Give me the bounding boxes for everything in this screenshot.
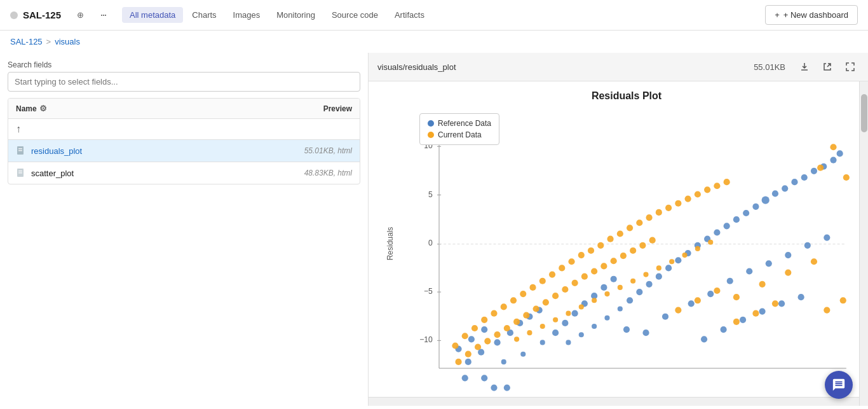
expand-button[interactable] [841, 58, 859, 76]
svg-point-84 [701, 336, 707, 342]
chat-button[interactable] [825, 371, 853, 399]
svg-point-75 [804, 242, 811, 249]
tab-monitoring[interactable]: Monitoring [269, 7, 323, 23]
left-panel: Search fields Name ⚙ Preview ↑ [0, 53, 369, 406]
legend-item-current: Current Data [428, 130, 491, 139]
tab-source-code[interactable]: Source code [324, 7, 386, 23]
svg-point-121 [484, 338, 491, 344]
svg-point-43 [618, 306, 623, 311]
svg-point-149 [695, 297, 701, 303]
chart-header: visuals/residuals_plot 55.01KB [369, 53, 868, 81]
tab-charts[interactable]: Charts [184, 7, 224, 23]
svg-point-94 [501, 303, 507, 310]
svg-point-76 [824, 235, 830, 241]
svg-point-46 [646, 281, 653, 288]
svg-point-114 [695, 191, 701, 197]
new-dashboard-label: + New dashboard [783, 10, 848, 20]
svg-point-103 [588, 247, 594, 254]
svg-point-66 [623, 326, 630, 333]
svg-point-115 [704, 186, 710, 193]
tab-artifacts[interactable]: Artifacts [387, 7, 432, 23]
svg-point-29 [501, 359, 506, 364]
svg-point-116 [714, 183, 720, 189]
svg-point-54 [724, 223, 730, 229]
svg-point-49 [675, 257, 681, 263]
legend-dot-reference [428, 120, 434, 127]
tab-images[interactable]: Images [226, 7, 268, 23]
svg-point-167 [682, 253, 687, 258]
svg-point-98 [539, 278, 546, 284]
svg-point-101 [568, 258, 574, 265]
chart-area: Residuals Residuals Plot Reference Data … [369, 81, 868, 406]
svg-point-166 [669, 259, 674, 264]
svg-point-82 [740, 317, 746, 323]
svg-point-79 [798, 294, 804, 300]
svg-point-39 [566, 340, 571, 345]
svg-point-168 [695, 246, 700, 251]
file-icon [16, 146, 26, 156]
svg-point-160 [592, 298, 597, 303]
svg-point-147 [843, 174, 850, 181]
more-button[interactable]: ··· [94, 6, 112, 24]
svg-point-81 [759, 308, 766, 314]
svg-point-44 [627, 297, 633, 303]
svg-point-58 [762, 197, 770, 204]
file-row-residuals[interactable]: residuals_plot 55.01KB, html [8, 140, 360, 162]
scrollbar-right[interactable] [859, 81, 868, 406]
chart-legend: Reference Data Current Data [419, 113, 499, 145]
more-icon: ··· [100, 8, 106, 22]
svg-point-110 [656, 209, 662, 216]
crosshair-button[interactable]: ⊕ [71, 6, 89, 24]
file-row-up[interactable]: ↑ [8, 119, 360, 140]
svg-point-133 [600, 263, 607, 269]
svg-point-68 [662, 314, 668, 320]
svg-point-150 [714, 288, 720, 294]
svg-point-106 [617, 230, 623, 237]
svg-point-73 [766, 260, 772, 267]
gear-icon[interactable]: ⚙ [39, 104, 47, 113]
breadcrumb-current[interactable]: visuals [55, 37, 80, 46]
svg-point-148 [675, 307, 681, 313]
file-row-scatter[interactable]: scatter_plot 48.83KB, html [8, 162, 360, 184]
svg-point-142 [811, 258, 817, 265]
svg-point-61 [791, 179, 797, 185]
svg-point-83 [720, 326, 726, 333]
svg-point-71 [727, 278, 733, 284]
svg-point-162 [618, 285, 623, 290]
svg-point-62 [801, 174, 808, 181]
svg-point-33 [562, 320, 568, 326]
search-input[interactable] [8, 72, 360, 92]
svg-point-119 [465, 351, 471, 357]
svg-point-137 [639, 242, 646, 249]
svg-point-74 [785, 252, 791, 258]
file-meta-scatter: 48.83KB, html [276, 169, 352, 177]
svg-point-154 [514, 336, 519, 342]
svg-point-157 [553, 317, 558, 322]
svg-point-112 [675, 200, 681, 207]
svg-point-47 [656, 274, 662, 280]
svg-point-80 [778, 300, 785, 307]
svg-point-20 [468, 336, 475, 342]
download-button[interactable] [796, 58, 813, 76]
svg-point-135 [620, 253, 627, 259]
svg-point-159 [579, 304, 584, 309]
svg-point-48 [665, 265, 672, 271]
svg-point-118 [455, 359, 461, 365]
chart-size: 55.01KB [754, 62, 785, 72]
external-link-button[interactable] [818, 58, 836, 76]
tab-all-metadata[interactable]: All metadata [122, 7, 183, 23]
svg-point-146 [824, 307, 830, 313]
svg-rect-2 [18, 150, 22, 151]
svg-point-120 [475, 343, 481, 350]
new-dashboard-button[interactable]: + + New dashboard [765, 5, 858, 25]
svg-text:−5: −5 [424, 287, 433, 296]
svg-point-42 [604, 315, 609, 321]
status-dot [10, 11, 18, 19]
svg-point-132 [591, 268, 597, 274]
svg-point-22 [465, 359, 471, 365]
svg-point-144 [817, 165, 824, 171]
svg-point-161 [604, 291, 609, 296]
svg-point-153 [772, 300, 778, 307]
svg-point-102 [578, 252, 585, 258]
breadcrumb-root[interactable]: SAL-125 [10, 37, 43, 46]
